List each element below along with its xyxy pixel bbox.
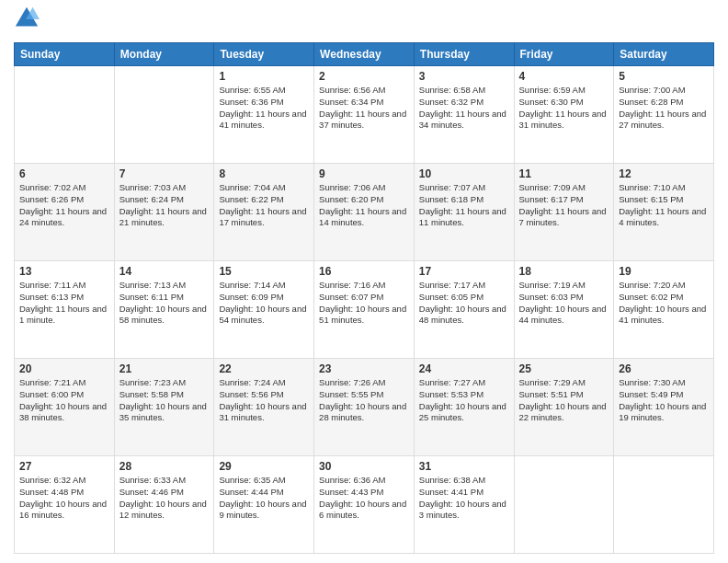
logo-icon — [14, 6, 40, 31]
cell-sun-info: Sunrise: 7:14 AMSunset: 6:09 PMDaylight:… — [219, 280, 309, 327]
cell-sun-info: Sunrise: 7:10 AMSunset: 6:15 PMDaylight:… — [619, 182, 709, 229]
day-number: 17 — [419, 265, 509, 278]
calendar-cell — [15, 66, 115, 164]
calendar-cell: 25Sunrise: 7:29 AMSunset: 5:51 PMDayligh… — [514, 359, 614, 456]
calendar-table: SundayMondayTuesdayWednesdayThursdayFrid… — [14, 42, 714, 554]
cell-sun-info: Sunrise: 7:21 AMSunset: 6:00 PMDaylight:… — [19, 377, 109, 424]
cell-sun-info: Sunrise: 7:04 AMSunset: 6:22 PMDaylight:… — [219, 182, 309, 229]
cell-sun-info: Sunrise: 6:58 AMSunset: 6:32 PMDaylight:… — [419, 85, 509, 132]
calendar-cell: 26Sunrise: 7:30 AMSunset: 5:49 PMDayligh… — [614, 359, 714, 456]
calendar-cell: 19Sunrise: 7:20 AMSunset: 6:02 PMDayligh… — [614, 261, 714, 359]
calendar-week-row: 1Sunrise: 6:55 AMSunset: 6:36 PMDaylight… — [15, 66, 714, 164]
day-number: 15 — [219, 265, 309, 278]
logo — [14, 9, 40, 35]
day-number: 13 — [19, 265, 109, 278]
page: SundayMondayTuesdayWednesdayThursdayFrid… — [0, 0, 728, 563]
day-number: 9 — [319, 167, 409, 180]
calendar-week-row: 27Sunrise: 6:32 AMSunset: 4:48 PMDayligh… — [15, 456, 714, 554]
cell-sun-info: Sunrise: 7:29 AMSunset: 5:51 PMDaylight:… — [519, 377, 609, 424]
calendar-cell: 20Sunrise: 7:21 AMSunset: 6:00 PMDayligh… — [15, 359, 115, 456]
cell-sun-info: Sunrise: 7:17 AMSunset: 6:05 PMDaylight:… — [419, 280, 509, 327]
calendar-cell: 28Sunrise: 6:33 AMSunset: 4:46 PMDayligh… — [114, 456, 214, 554]
day-number: 22 — [219, 362, 309, 375]
day-number: 20 — [19, 362, 109, 375]
calendar-cell: 9Sunrise: 7:06 AMSunset: 6:20 PMDaylight… — [314, 164, 415, 261]
day-number: 31 — [419, 460, 509, 473]
cell-sun-info: Sunrise: 7:02 AMSunset: 6:26 PMDaylight:… — [19, 182, 109, 229]
day-number: 19 — [619, 265, 709, 278]
cell-sun-info: Sunrise: 7:07 AMSunset: 6:18 PMDaylight:… — [419, 182, 509, 229]
day-number: 24 — [419, 362, 509, 375]
cell-sun-info: Sunrise: 7:03 AMSunset: 6:24 PMDaylight:… — [119, 182, 210, 229]
calendar-week-row: 13Sunrise: 7:11 AMSunset: 6:13 PMDayligh… — [15, 261, 714, 359]
day-number: 5 — [619, 70, 709, 83]
day-number: 21 — [119, 362, 210, 375]
calendar-cell: 3Sunrise: 6:58 AMSunset: 6:32 PMDaylight… — [414, 66, 514, 164]
cell-sun-info: Sunrise: 7:27 AMSunset: 5:53 PMDaylight:… — [419, 377, 509, 424]
day-number: 26 — [619, 362, 709, 375]
calendar-cell: 4Sunrise: 6:59 AMSunset: 6:30 PMDaylight… — [514, 66, 614, 164]
calendar-cell — [614, 456, 714, 554]
day-number: 10 — [419, 167, 509, 180]
cell-sun-info: Sunrise: 7:24 AMSunset: 5:56 PMDaylight:… — [219, 377, 309, 424]
day-number: 6 — [19, 167, 109, 180]
day-number: 12 — [619, 167, 709, 180]
weekday-header-cell: Monday — [114, 43, 214, 66]
calendar-cell: 31Sunrise: 6:38 AMSunset: 4:41 PMDayligh… — [414, 456, 514, 554]
weekday-header-cell: Tuesday — [214, 43, 314, 66]
day-number: 4 — [519, 70, 609, 83]
day-number: 18 — [519, 265, 609, 278]
calendar-cell: 22Sunrise: 7:24 AMSunset: 5:56 PMDayligh… — [214, 359, 314, 456]
day-number: 14 — [119, 265, 210, 278]
cell-sun-info: Sunrise: 6:56 AMSunset: 6:34 PMDaylight:… — [319, 85, 409, 132]
day-number: 11 — [519, 167, 609, 180]
calendar-week-row: 20Sunrise: 7:21 AMSunset: 6:00 PMDayligh… — [15, 359, 714, 456]
cell-sun-info: Sunrise: 7:30 AMSunset: 5:49 PMDaylight:… — [619, 377, 709, 424]
day-number: 2 — [319, 70, 409, 83]
cell-sun-info: Sunrise: 7:19 AMSunset: 6:03 PMDaylight:… — [519, 280, 609, 327]
cell-sun-info: Sunrise: 7:06 AMSunset: 6:20 PMDaylight:… — [319, 182, 409, 229]
cell-sun-info: Sunrise: 7:13 AMSunset: 6:11 PMDaylight:… — [119, 280, 210, 327]
calendar-cell: 21Sunrise: 7:23 AMSunset: 5:58 PMDayligh… — [114, 359, 214, 456]
weekday-header-cell: Saturday — [614, 43, 714, 66]
calendar-cell: 15Sunrise: 7:14 AMSunset: 6:09 PMDayligh… — [214, 261, 314, 359]
calendar-cell: 1Sunrise: 6:55 AMSunset: 6:36 PMDaylight… — [214, 66, 314, 164]
weekday-header-row: SundayMondayTuesdayWednesdayThursdayFrid… — [15, 43, 714, 66]
calendar-cell: 11Sunrise: 7:09 AMSunset: 6:17 PMDayligh… — [514, 164, 614, 261]
day-number: 23 — [319, 362, 409, 375]
day-number: 25 — [519, 362, 609, 375]
calendar-cell: 12Sunrise: 7:10 AMSunset: 6:15 PMDayligh… — [614, 164, 714, 261]
calendar-cell: 16Sunrise: 7:16 AMSunset: 6:07 PMDayligh… — [314, 261, 415, 359]
calendar-cell: 27Sunrise: 6:32 AMSunset: 4:48 PMDayligh… — [15, 456, 115, 554]
calendar-cell: 6Sunrise: 7:02 AMSunset: 6:26 PMDaylight… — [15, 164, 115, 261]
calendar-week-row: 6Sunrise: 7:02 AMSunset: 6:26 PMDaylight… — [15, 164, 714, 261]
weekday-header-cell: Thursday — [414, 43, 514, 66]
calendar-cell: 8Sunrise: 7:04 AMSunset: 6:22 PMDaylight… — [214, 164, 314, 261]
cell-sun-info: Sunrise: 6:59 AMSunset: 6:30 PMDaylight:… — [519, 85, 609, 132]
cell-sun-info: Sunrise: 6:32 AMSunset: 4:48 PMDaylight:… — [19, 475, 109, 522]
day-number: 8 — [219, 167, 309, 180]
calendar-cell: 17Sunrise: 7:17 AMSunset: 6:05 PMDayligh… — [414, 261, 514, 359]
cell-sun-info: Sunrise: 7:26 AMSunset: 5:55 PMDaylight:… — [319, 377, 409, 424]
calendar-cell: 18Sunrise: 7:19 AMSunset: 6:03 PMDayligh… — [514, 261, 614, 359]
cell-sun-info: Sunrise: 7:20 AMSunset: 6:02 PMDaylight:… — [619, 280, 709, 327]
calendar-cell: 24Sunrise: 7:27 AMSunset: 5:53 PMDayligh… — [414, 359, 514, 456]
calendar-cell — [514, 456, 614, 554]
cell-sun-info: Sunrise: 6:36 AMSunset: 4:43 PMDaylight:… — [319, 475, 409, 522]
calendar-cell: 13Sunrise: 7:11 AMSunset: 6:13 PMDayligh… — [15, 261, 115, 359]
day-number: 30 — [319, 460, 409, 473]
cell-sun-info: Sunrise: 6:38 AMSunset: 4:41 PMDaylight:… — [419, 475, 509, 522]
weekday-header-cell: Wednesday — [314, 43, 415, 66]
day-number: 7 — [119, 167, 210, 180]
calendar-body: 1Sunrise: 6:55 AMSunset: 6:36 PMDaylight… — [15, 66, 714, 554]
day-number: 3 — [419, 70, 509, 83]
calendar-cell: 30Sunrise: 6:36 AMSunset: 4:43 PMDayligh… — [314, 456, 415, 554]
cell-sun-info: Sunrise: 6:33 AMSunset: 4:46 PMDaylight:… — [119, 475, 210, 522]
calendar-cell: 5Sunrise: 7:00 AMSunset: 6:28 PMDaylight… — [614, 66, 714, 164]
cell-sun-info: Sunrise: 7:23 AMSunset: 5:58 PMDaylight:… — [119, 377, 210, 424]
cell-sun-info: Sunrise: 7:00 AMSunset: 6:28 PMDaylight:… — [619, 85, 709, 132]
calendar-cell: 10Sunrise: 7:07 AMSunset: 6:18 PMDayligh… — [414, 164, 514, 261]
weekday-header-cell: Friday — [514, 43, 614, 66]
day-number: 1 — [219, 70, 309, 83]
calendar-cell: 14Sunrise: 7:13 AMSunset: 6:11 PMDayligh… — [114, 261, 214, 359]
